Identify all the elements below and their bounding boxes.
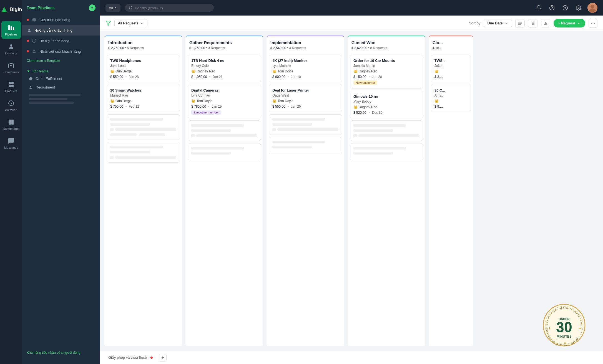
template-section-title[interactable]: ▼ For Teams [22,67,100,74]
nav-item-huong-dan[interactable]: Hướng dẫn khách hàng [22,25,100,36]
executive-member-badge: Executive member [191,110,221,115]
card-smart-watches[interactable]: 10 Smart Watches Marisol Rau 👑 Orin Berg… [107,85,180,112]
crown-icon-10: 👑 [434,99,439,103]
contacts-icon [7,43,15,50]
add-tab-button[interactable]: + [159,354,167,362]
svg-rect-11 [9,85,11,87]
column-header-implementation: Implementation $ 2,540.00 • 4 Requests [267,36,344,53]
notifications-icon[interactable] [534,3,543,12]
messages-icon [7,137,15,145]
sidebar-item-dashboards[interactable]: Dashboards [1,115,21,133]
svg-point-5 [10,44,12,47]
filter-chevron-icon [140,21,144,25]
chevron-down-icon [114,6,117,9]
svg-text:30: 30 [556,319,572,335]
nav-item-nhan-xet[interactable]: Nhận xét của khách hàng [22,46,100,57]
nav-dot-indicator-2 [27,40,29,42]
review-icon [32,49,37,54]
card-car-mounts[interactable]: Order for 10 Car Mounts Jamelia Martin 👑… [350,55,423,89]
card-hard-disk[interactable]: 1TB Hard Disk 4 no Emory Cole 👑 Raghav R… [188,55,261,82]
nav-item-ho-tro[interactable]: Hỗ trợ khách hàng [22,36,100,46]
nav-dot-indicator [27,19,29,21]
svg-rect-9 [9,82,11,84]
column-body-implementation: 4K (27 Inch) Monitor Lyla Mathew 👑 Tom D… [267,53,344,346]
skeleton-card-3 [188,120,261,141]
bottom-tabs: Giấy phép và thỏa thuận + [100,351,603,364]
nav-bottom: Khả năng tiếp nhận của người dùng [22,345,100,360]
skeleton-card-5 [269,114,342,135]
nav-add-button[interactable]: + [89,4,96,11]
svg-text:★: ★ [579,326,582,330]
svg-rect-2 [8,25,10,30]
svg-point-18 [28,29,30,30]
sidebar-item-messages[interactable]: Messages [1,134,21,152]
kanban-board: Introduction $ 2,750.00 • 5 Requests TWS… [100,31,603,351]
icon-sidebar: Bigin Pipelines Contacts [0,0,22,364]
add-icon[interactable] [561,3,570,12]
column-closed-won: Closed Won $ 2,620.00 • 8 Requests Order… [348,36,425,346]
svg-text:★: ★ [548,326,551,330]
svg-point-28 [578,7,579,9]
skeleton-card [107,114,180,140]
list-view-button[interactable] [528,19,537,27]
card-4k-monitor[interactable]: 4K (27 Inch) Monitor Lyla Mathew 👑 Tom D… [269,55,342,82]
help-icon[interactable] [547,3,556,12]
app-logo: Bigin [0,3,24,16]
pipeline-toolbar: All Requests Sort by Due Date [100,16,603,31]
support-icon [32,38,37,43]
sidebar-item-activities[interactable]: Activities [1,97,21,114]
column-header-closed-lost: Clo... $ 16... [429,36,473,53]
nav-dot-indicator-3 [27,50,29,52]
sidebar-item-contacts[interactable]: Contacts [1,40,21,58]
svg-rect-3 [11,26,12,30]
top-bar-actions [534,3,597,13]
filter-icon[interactable] [105,21,111,26]
pipeline-icon [32,17,37,22]
column-header-gather: Gather Requirements $ 1,750.00 • 3 Reque… [185,36,263,53]
template-section: ▼ For Teams Order Fulfillment Recruitmen… [22,67,100,106]
column-body-closed-won: Order for 10 Car Mounts Jamelia Martin 👑… [348,53,425,346]
sidebar-item-products[interactable]: Products [1,78,21,95]
bottom-tab-giay-phep[interactable]: Giấy phép và thỏa thuận [104,353,157,362]
footer-link[interactable]: Khả năng tiếp nhận của người dùng [27,351,80,355]
svg-rect-6 [9,64,14,68]
card-laser-printer[interactable]: Deal for Laser Printer Gage West 👑 Tom D… [269,85,342,112]
nav-item-quy-trinh[interactable]: Quy trình bán hàng [22,14,100,25]
sort-select[interactable]: Due Date [484,19,512,27]
template-recruitment[interactable]: Recruitment [22,83,100,92]
svg-point-46 [591,23,592,24]
crown-icon-8: 👑 [353,105,358,109]
settings-icon[interactable] [574,3,583,12]
svg-point-47 [593,23,594,24]
new-request-button[interactable]: + Request [554,19,586,27]
chart-view-button[interactable] [541,19,550,27]
user-avatar[interactable] [587,3,597,13]
svg-rect-4 [13,27,14,30]
crown-icon-2: 👑 [110,99,114,103]
column-closed-lost: Clo... $ 16... TWS... Jake... 👑 $ 3,... [429,36,473,346]
skeleton-card-8 [350,143,423,160]
search-bar[interactable] [125,4,214,12]
crown-icon-4: 👑 [191,99,195,103]
nav-panel: Team Pipelines + Quy trình bán hàng Hướn… [22,0,100,364]
recruitment-icon [29,85,33,89]
card-tws-headphones[interactable]: TWS Headphones Jake Louis 👑 Orin Berge $… [107,55,180,82]
nav-section-title: Team Pipelines [27,6,55,10]
sidebar-item-companies[interactable]: Companies [1,59,21,77]
sidebar-item-pipelines[interactable]: Pipelines [1,21,21,39]
card-tws-partial[interactable]: TWS... Jake... 👑 $ 3,... [431,55,471,82]
card-30c-partial[interactable]: 30 C... Amy... 👑 $ 9,... [431,85,471,112]
all-requests-filter[interactable]: All Requests [114,19,147,27]
sort-chevron-icon [504,21,508,25]
template-order-fulfillment[interactable]: Order Fulfillment [22,74,100,83]
nav-header: Team Pipelines + [22,4,100,14]
card-gimbals[interactable]: Gimbals 10 no Mary Bobby 👑 Raghav Rao $ … [350,91,423,118]
sort-order-toggle[interactable] [515,19,525,27]
search-input[interactable] [135,6,210,10]
card-digital-cameras[interactable]: Digital Cameras Lyla Cormier 👑 Tom Doyle… [188,85,261,118]
all-select[interactable]: All [105,4,120,12]
column-introduction: Introduction $ 2,750.00 • 5 Requests TWS… [104,36,182,346]
column-implementation: Implementation $ 2,540.00 • 4 Requests 4… [267,36,344,346]
clone-from-template-label[interactable]: Clone from a Template [22,57,100,65]
more-options-button[interactable] [589,19,597,28]
